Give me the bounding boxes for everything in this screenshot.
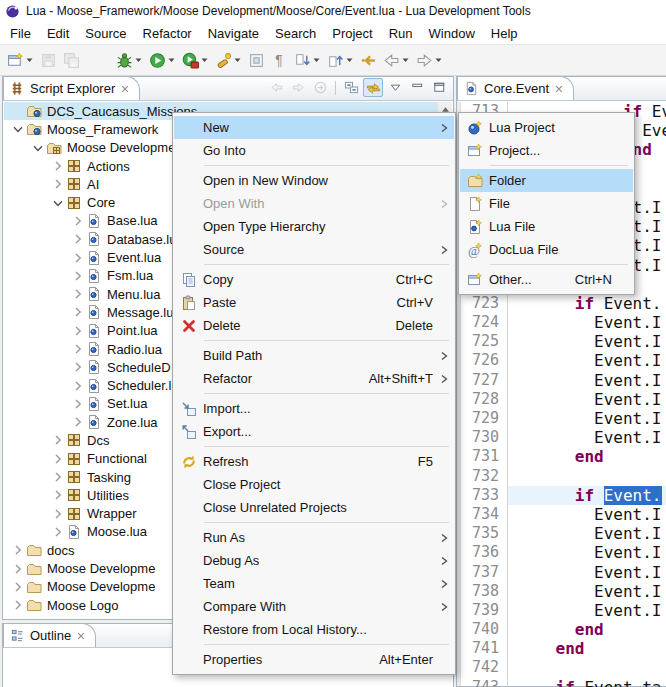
menubar-search[interactable]: Search (267, 24, 324, 43)
submenu-item-lua-project[interactable]: Lua Project (460, 116, 633, 139)
tab-outline[interactable]: Outline (3, 623, 96, 647)
chevron-right-icon[interactable] (10, 579, 26, 595)
menu-item-open-with[interactable]: Open With (174, 192, 454, 215)
chevron-right-icon[interactable] (70, 213, 86, 229)
code-line-727[interactable]: 727 Event.I (457, 371, 666, 390)
code-line-729[interactable]: 729 Event.I (457, 409, 666, 428)
close-icon[interactable] (120, 84, 130, 94)
link-editor-button[interactable] (363, 78, 383, 97)
ext-tools-button[interactable] (180, 48, 211, 72)
chevron-right-icon[interactable] (70, 396, 86, 412)
menu-item-paste[interactable]: PasteCtrl+V (174, 291, 454, 314)
dropdown-caret-icon[interactable] (401, 55, 410, 65)
menu-item-close-project[interactable]: Close Project (174, 473, 454, 496)
code-line-742[interactable]: 742 (457, 658, 666, 677)
menu-item-run-as[interactable]: Run As (174, 526, 454, 549)
menu-item-refresh[interactable]: RefreshF5 (174, 450, 454, 473)
menu-item-properties[interactable]: PropertiesAlt+Enter (174, 648, 454, 671)
code-line-738[interactable]: 738 Event.I (457, 582, 666, 601)
menu-item-refactor[interactable]: RefactorAlt+Shift+T (174, 367, 454, 390)
chevron-right-icon[interactable] (70, 286, 86, 302)
menubar-window[interactable]: Window (421, 24, 483, 43)
chevron-down-icon[interactable] (50, 195, 66, 211)
chevron-right-icon[interactable] (50, 176, 66, 192)
code-line-743[interactable]: 743 if Event.ta (457, 678, 666, 687)
collapse-all-button[interactable] (341, 78, 361, 97)
chevron-right-icon[interactable] (10, 561, 26, 577)
debug-button[interactable] (114, 48, 145, 72)
chevron-right-icon[interactable] (70, 268, 86, 284)
menu-item-open-type-hierarchy[interactable]: Open Type Hierarchy (174, 215, 454, 238)
chevron-down-icon[interactable] (30, 140, 46, 156)
submenu-item-file[interactable]: File (460, 192, 633, 215)
submenu-item-project[interactable]: Project... (460, 139, 633, 162)
tab-script-explorer[interactable]: Script Explorer (3, 76, 140, 100)
dropdown-caret-icon[interactable] (345, 55, 354, 65)
menubar-project[interactable]: Project (324, 24, 380, 43)
chevron-right-icon[interactable] (50, 451, 66, 467)
menu-item-new[interactable]: New (174, 116, 454, 139)
nav-fwd-button[interactable] (288, 78, 308, 97)
chevron-down-icon[interactable] (10, 121, 26, 137)
chevron-right-icon[interactable] (70, 378, 86, 394)
menu-item-team[interactable]: Team (174, 572, 454, 595)
prev-ann-button[interactable] (325, 48, 356, 72)
menu-item-build-path[interactable]: Build Path (174, 344, 454, 367)
chevron-right-icon[interactable] (70, 231, 86, 247)
chevron-right-icon[interactable] (10, 615, 26, 618)
menu-item-debug-as[interactable]: Debug As (174, 549, 454, 572)
maximize-button[interactable] (429, 78, 449, 97)
code-line-726[interactable]: 726 Event.I (457, 351, 666, 370)
code-line-725[interactable]: 725 Event.I (457, 332, 666, 351)
menubar-refactor[interactable]: Refactor (135, 24, 200, 43)
menu-item-restore-from-local-history[interactable]: Restore from Local History... (174, 618, 454, 641)
menu-item-import[interactable]: Import... (174, 397, 454, 420)
chevron-right-icon[interactable] (10, 597, 26, 613)
menu-item-copy[interactable]: CopyCtrl+C (174, 268, 454, 291)
chevron-right-icon[interactable] (50, 158, 66, 174)
submenu-item-doc-lua-file[interactable]: @DocLua File (460, 238, 633, 261)
code-line-739[interactable]: 739 Event.I (457, 601, 666, 620)
menubar-file[interactable]: File (2, 24, 39, 43)
code-line-733[interactable]: 733 if Event. (457, 486, 666, 505)
dropdown-caret-icon[interactable] (200, 55, 209, 65)
chevron-right-icon[interactable] (50, 487, 66, 503)
chevron-right-icon[interactable] (70, 414, 86, 430)
chevron-right-icon[interactable] (70, 304, 86, 320)
code-line-731[interactable]: 731 end (457, 447, 666, 466)
menu-item-source[interactable]: Source (174, 238, 454, 261)
whitespace-button[interactable]: ¶ (269, 48, 290, 72)
new-wizard-button[interactable] (5, 48, 36, 72)
submenu-item-folder[interactable]: Folder (460, 169, 633, 192)
menu-item-export[interactable]: Export... (174, 420, 454, 443)
chevron-right-icon[interactable] (70, 341, 86, 357)
code-line-736[interactable]: 736 Event.I (457, 543, 666, 562)
last-edit-button[interactable] (358, 48, 379, 72)
dropdown-caret-icon[interactable] (134, 55, 143, 65)
menu-item-compare-with[interactable]: Compare With (174, 595, 454, 618)
code-line-741[interactable]: 741 end (457, 639, 666, 658)
next-ann-button[interactable] (292, 48, 323, 72)
code-line-728[interactable]: 728 Event.I (457, 390, 666, 409)
chevron-right-icon[interactable] (50, 432, 66, 448)
chevron-right-icon[interactable] (50, 469, 66, 485)
menu-item-delete[interactable]: DeleteDelete (174, 314, 454, 337)
submenu-item-other[interactable]: Other...Ctrl+N (460, 268, 633, 291)
code-line-734[interactable]: 734 Event.I (457, 505, 666, 524)
code-line-730[interactable]: 730 Event.I (457, 428, 666, 447)
code-line-723[interactable]: 723 if Event. (457, 294, 666, 313)
menubar-navigate[interactable]: Navigate (200, 24, 267, 43)
chevron-right-icon[interactable] (70, 359, 86, 375)
code-line-735[interactable]: 735 Event.I (457, 524, 666, 543)
menubar-run[interactable]: Run (381, 24, 421, 43)
close-icon[interactable] (76, 631, 86, 641)
chevron-right-icon[interactable] (70, 250, 86, 266)
mark-occ-button[interactable] (246, 48, 267, 72)
close-icon[interactable] (554, 84, 564, 94)
minimize-button[interactable] (407, 78, 427, 97)
menubar-source[interactable]: Source (77, 24, 134, 43)
chevron-right-icon[interactable] (50, 524, 66, 540)
menu-item-go-into[interactable]: Go Into (174, 139, 454, 162)
save-button[interactable] (38, 48, 59, 72)
chevron-right-icon[interactable] (10, 542, 26, 558)
